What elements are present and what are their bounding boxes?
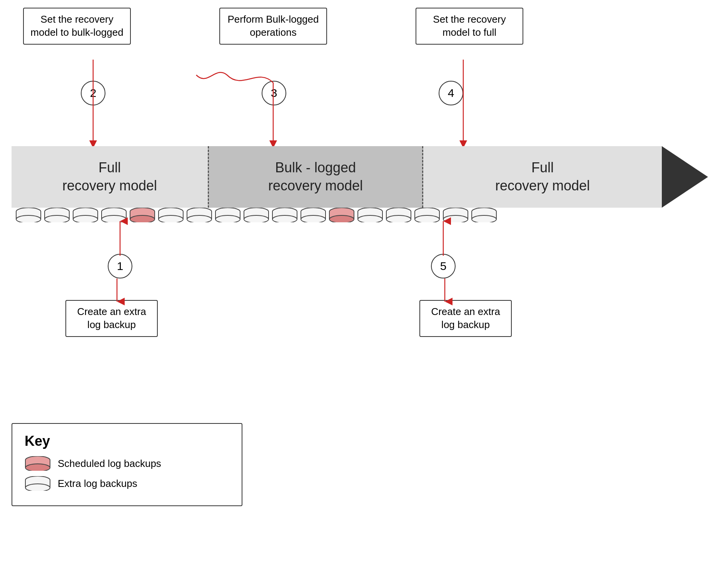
svg-point-42 — [244, 215, 269, 222]
scheduled-disk-icon — [25, 456, 51, 471]
key-box: Key Scheduled log backups Extra log back… — [12, 423, 242, 506]
timeline-arrow-head — [662, 146, 708, 208]
disk-regular — [215, 208, 241, 222]
extra-disk-icon — [25, 476, 51, 491]
arrow-3-wavy — [192, 60, 346, 148]
svg-point-72 — [415, 215, 439, 222]
timeline-full-right: Fullrecovery model — [423, 146, 662, 208]
svg-point-52 — [301, 215, 326, 222]
disks-row — [15, 208, 497, 222]
disk-scheduled — [129, 208, 155, 222]
diagram: Set the recovery model to bulk-logged Pe… — [0, 0, 728, 575]
svg-point-47 — [272, 215, 297, 222]
top-box-bulk-logged: Set the recovery model to bulk-logged — [23, 8, 131, 45]
disk-regular — [158, 208, 184, 222]
disk-scheduled — [329, 208, 355, 222]
disk-regular — [414, 208, 440, 222]
disk-regular — [243, 208, 269, 222]
key-title: Key — [25, 433, 229, 449]
disk-regular — [15, 208, 42, 222]
disk-regular — [186, 208, 212, 222]
arrow-1-up — [119, 221, 234, 279]
disk-regular — [386, 208, 412, 222]
disk-regular — [101, 208, 127, 222]
timeline-bulk-logged: Bulk - loggedrecovery model — [208, 146, 423, 208]
svg-point-7 — [45, 215, 69, 222]
svg-point-57 — [329, 215, 354, 222]
key-scheduled-label: Scheduled log backups — [58, 458, 161, 470]
top-box-full: Set the recovery model to full — [416, 8, 523, 45]
disk-regular — [300, 208, 326, 222]
disk-regular — [272, 208, 298, 222]
disk-regular — [471, 208, 497, 222]
svg-point-67 — [386, 215, 411, 222]
arrow-1-down — [114, 278, 229, 336]
full-recovery-label-left: Fullrecovery model — [62, 159, 157, 195]
key-extra-label: Extra log backups — [58, 478, 137, 490]
key-item-extra: Extra log backups — [25, 476, 229, 491]
disk-regular — [357, 208, 383, 222]
arrow-4 — [449, 60, 480, 148]
disk-regular — [72, 208, 99, 222]
top-box-perform-bulk: Perform Bulk-logged operations — [219, 8, 327, 45]
full-recovery-label-right: Fullrecovery model — [495, 159, 590, 195]
svg-point-2 — [16, 215, 41, 222]
svg-point-62 — [358, 215, 382, 222]
timeline-full-left: Fullrecovery model — [12, 146, 208, 208]
disk-regular — [44, 208, 70, 222]
arrow-2 — [77, 60, 154, 148]
svg-point-87 — [25, 464, 50, 471]
arrow-5-down — [442, 278, 557, 336]
key-item-scheduled: Scheduled log backups — [25, 456, 229, 471]
svg-point-92 — [25, 484, 50, 491]
svg-point-12 — [73, 215, 98, 222]
disk-regular — [442, 208, 469, 222]
arrow-5-up — [442, 221, 557, 279]
bulk-logged-label: Bulk - loggedrecovery model — [268, 159, 363, 195]
